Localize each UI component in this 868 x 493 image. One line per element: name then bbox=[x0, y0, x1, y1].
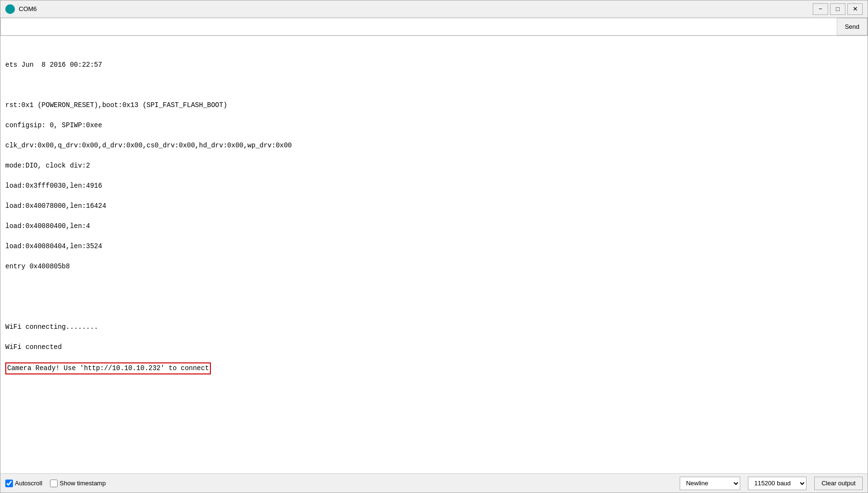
output-line: load:0x40080404,len:3524 bbox=[5, 241, 863, 252]
autoscroll-checkbox[interactable] bbox=[5, 480, 13, 487]
show-timestamp-label: Show timestamp bbox=[60, 480, 106, 487]
send-button[interactable]: Send bbox=[837, 18, 868, 36]
output-line: load:0x40078000,len:16424 bbox=[5, 201, 863, 211]
output-line bbox=[5, 302, 863, 312]
clear-output-button[interactable]: Clear output bbox=[814, 477, 863, 490]
output-line: ets Jun 8 2016 00:22:57 bbox=[5, 60, 863, 70]
close-button[interactable]: ✕ bbox=[847, 3, 863, 15]
show-timestamp-group[interactable]: Show timestamp bbox=[50, 480, 106, 487]
serial-output: ets Jun 8 2016 00:22:57 rst:0x1 (POWERON… bbox=[0, 36, 868, 473]
serial-input[interactable] bbox=[0, 18, 837, 36]
output-line: clk_drv:0x00,q_drv:0x00,d_drv:0x00,cs0_d… bbox=[5, 141, 863, 151]
arduino-icon bbox=[5, 4, 15, 14]
highlighted-output-line: Camera Ready! Use 'http://10.10.10.232' … bbox=[5, 362, 211, 374]
status-bar: Autoscroll Show timestamp NewlineNo line… bbox=[0, 473, 868, 493]
show-timestamp-checkbox[interactable] bbox=[50, 480, 58, 487]
window-controls: − □ ✕ bbox=[813, 3, 863, 15]
output-line: mode:DIO, clock div:2 bbox=[5, 161, 863, 171]
arduino-serial-monitor-window: COM6 − □ ✕ Send ets Jun 8 2016 00:22:57 … bbox=[0, 0, 868, 493]
output-line: WiFi connected bbox=[5, 342, 863, 352]
autoscroll-group[interactable]: Autoscroll bbox=[5, 480, 42, 487]
output-line bbox=[5, 80, 863, 90]
title-bar: COM6 − □ ✕ bbox=[0, 0, 868, 18]
output-line bbox=[5, 282, 863, 292]
output-line: configsip: 0, SPIWP:0xee bbox=[5, 120, 863, 131]
input-bar: Send bbox=[0, 18, 868, 36]
minimize-button[interactable]: − bbox=[813, 3, 828, 15]
output-line: entry 0x400805b8 bbox=[5, 262, 863, 272]
maximize-button[interactable]: □ bbox=[830, 3, 845, 15]
window-title: COM6 bbox=[19, 5, 813, 12]
output-line: load:0x3fff0030,len:4916 bbox=[5, 181, 863, 191]
baud-rate-select[interactable]: 300 baud1200 baud2400 baud4800 baud9600 … bbox=[748, 477, 807, 490]
output-line: rst:0x1 (POWERON_RESET),boot:0x13 (SPI_F… bbox=[5, 100, 863, 110]
newline-select[interactable]: NewlineNo line endingCarriage returnBoth… bbox=[680, 477, 740, 490]
output-line: WiFi connecting........ bbox=[5, 322, 863, 332]
output-line: load:0x40080400,len:4 bbox=[5, 221, 863, 231]
autoscroll-label: Autoscroll bbox=[15, 480, 42, 487]
